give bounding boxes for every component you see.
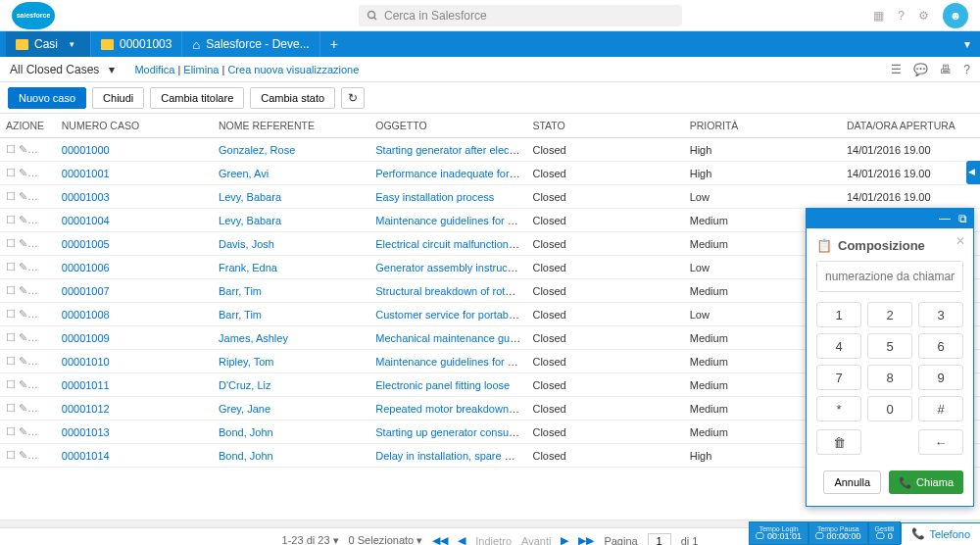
key-8[interactable]: 8 (867, 365, 912, 390)
cell-subject[interactable]: Structural breakdown of rotor assembly (369, 279, 526, 303)
table-row[interactable]: ☐✎🗑⊘ 00001003 Levy, Babara Easy installa… (0, 185, 980, 209)
new-tab-button[interactable]: + (320, 36, 348, 52)
view-edit-link[interactable]: Modifica (134, 64, 174, 75)
global-search[interactable]: Cerca in Salesforce (359, 5, 682, 26)
row-actions[interactable]: ☐✎🗑⊘ (0, 303, 56, 326)
tab-dev[interactable]: ⌂ Salesforce - Deve... (182, 31, 319, 57)
key-2[interactable]: 2 (867, 302, 912, 327)
key-7[interactable]: 7 (816, 365, 861, 390)
cell-subject[interactable]: Mechanical maintenance guidelines for g.… (369, 326, 526, 350)
row-actions[interactable]: ☐✎🗑⊘ (0, 326, 56, 350)
view-delete-link[interactable]: Elimina (183, 64, 219, 75)
cell-caseno[interactable]: 00001013 (56, 421, 213, 444)
key-1[interactable]: 1 (816, 302, 861, 327)
cell-caseno[interactable]: 00001005 (56, 232, 213, 256)
cell-contact[interactable]: Levy, Babara (213, 209, 369, 232)
row-actions[interactable]: ☐✎🗑⊘ (0, 209, 56, 232)
key-6[interactable]: 6 (918, 333, 963, 359)
cell-caseno[interactable]: 00001012 (56, 397, 213, 421)
cell-caseno[interactable]: 00001010 (56, 350, 213, 373)
cell-contact[interactable]: Bond, John (213, 421, 369, 444)
pager-prev-icon[interactable]: ◀ (458, 534, 466, 545)
cell-contact[interactable]: D'Cruz, Liz (213, 373, 369, 397)
new-case-button[interactable]: Nuovo caso (8, 87, 86, 109)
cell-contact[interactable]: Barr, Tim (213, 303, 369, 326)
cell-subject[interactable]: Customer service for portable generators… (369, 303, 526, 326)
chevron-down-icon[interactable]: ▾ (70, 39, 74, 49)
key-5[interactable]: 5 (867, 333, 912, 359)
row-actions[interactable]: ☐✎🗑⊘ (0, 162, 56, 185)
key-backspace[interactable]: ← (918, 429, 963, 455)
cell-subject[interactable]: Electronic panel fitting loose (369, 373, 526, 397)
key-3[interactable]: 3 (918, 302, 963, 327)
view-create-link[interactable]: Crea nuova visualizzazione (227, 64, 359, 75)
cell-caseno[interactable]: 00001014 (56, 444, 213, 468)
cell-contact[interactable]: Ripley, Tom (213, 350, 369, 373)
cell-caseno[interactable]: 00001000 (56, 138, 213, 162)
col-caseno[interactable]: NUMERO CASO (56, 114, 213, 138)
tab-casi[interactable]: Casi ▾ (6, 31, 91, 57)
phone-toggle-button[interactable]: 📞 Telefono (901, 522, 980, 544)
tabs-overflow-icon[interactable]: ▾ (964, 37, 970, 51)
col-action[interactable]: AZIONE (0, 114, 56, 138)
cell-contact[interactable]: Levy, Babara (213, 185, 369, 209)
pager-last-icon[interactable]: ▶▶ (578, 534, 594, 545)
col-opened[interactable]: DATA/ORA APERTURA (841, 114, 980, 138)
row-actions[interactable]: ☐✎🗑⊘ (0, 397, 56, 421)
pager-page-input[interactable] (648, 533, 671, 546)
view-picker[interactable]: All Closed Cases ▾ (10, 63, 115, 76)
col-subject[interactable]: OGGETTO (369, 114, 526, 138)
popout-icon[interactable]: ⧉ (958, 213, 967, 224)
cell-caseno[interactable]: 00001006 (56, 256, 213, 279)
dial-input[interactable] (817, 262, 962, 291)
feed-icon[interactable]: 💬 (913, 63, 928, 76)
close-icon[interactable]: ✕ (956, 234, 965, 248)
help-icon[interactable]: ? (898, 9, 905, 23)
cell-caseno[interactable]: 00001011 (56, 373, 213, 397)
apps-icon[interactable]: ▦ (873, 9, 884, 23)
row-actions[interactable]: ☐✎🗑⊘ (0, 444, 56, 468)
col-contact[interactable]: NOME REFERENTE (213, 114, 369, 138)
cell-caseno[interactable]: 00001008 (56, 303, 213, 326)
close-case-button[interactable]: Chiudi (92, 87, 144, 109)
cell-subject[interactable]: Repeated motor breakdown while shutti... (369, 397, 526, 421)
change-status-button[interactable]: Cambia stato (250, 87, 335, 109)
softphone-header[interactable]: — ⧉ (807, 209, 973, 228)
dial-call-button[interactable]: 📞 Chiama (889, 471, 963, 494)
key-delete[interactable]: 🗑 (816, 429, 861, 455)
pager-next-icon[interactable]: ▶ (561, 534, 568, 545)
cell-contact[interactable]: Davis, Josh (213, 232, 369, 256)
key-*[interactable]: * (816, 396, 861, 421)
cell-subject[interactable]: Delay in installation, spare parts unava… (369, 444, 526, 468)
dial-cancel-button[interactable]: Annulla (823, 471, 881, 494)
print-icon[interactable]: 🖶 (940, 63, 952, 76)
cell-contact[interactable]: James, Ashley (213, 326, 369, 350)
row-actions[interactable]: ☐✎🗑⊘ (0, 373, 56, 397)
cell-caseno[interactable]: 00001007 (56, 279, 213, 303)
row-actions[interactable]: ☐✎🗑⊘ (0, 279, 56, 303)
row-actions[interactable]: ☐✎🗑⊘ (0, 138, 56, 162)
key-9[interactable]: 9 (918, 365, 963, 390)
cell-subject[interactable]: Electrical circuit malfunctioning (369, 232, 526, 256)
cell-caseno[interactable]: 00001009 (56, 326, 213, 350)
cell-subject[interactable]: Generator assembly instructions unclear (369, 256, 526, 279)
cell-caseno[interactable]: 00001004 (56, 209, 213, 232)
help-icon-small[interactable]: ? (963, 63, 970, 76)
table-row[interactable]: ☐✎🗑⊘ 00001001 Green, Avi Performance ina… (0, 162, 980, 185)
row-actions[interactable]: ☐✎🗑⊘ (0, 256, 56, 279)
cell-contact[interactable]: Gonzalez, Rose (213, 138, 369, 162)
cell-caseno[interactable]: 00001003 (56, 185, 213, 209)
row-actions[interactable]: ☐✎🗑⊘ (0, 350, 56, 373)
cell-subject[interactable]: Performance inadequate for second con... (369, 162, 526, 185)
list-icon[interactable]: ☰ (891, 63, 902, 76)
minimize-icon[interactable]: — (939, 213, 951, 224)
cell-subject[interactable]: Starting up generator consumes excessiv.… (369, 421, 526, 444)
row-actions[interactable]: ☐✎🗑⊘ (0, 232, 56, 256)
cell-contact[interactable]: Grey, Jane (213, 397, 369, 421)
side-panel-toggle[interactable] (966, 161, 980, 184)
cell-contact[interactable]: Frank, Edna (213, 256, 369, 279)
key-4[interactable]: 4 (816, 333, 861, 359)
cell-contact[interactable]: Barr, Tim (213, 279, 369, 303)
cell-contact[interactable]: Bond, John (213, 444, 369, 468)
user-avatar[interactable]: ☻ (943, 3, 968, 28)
